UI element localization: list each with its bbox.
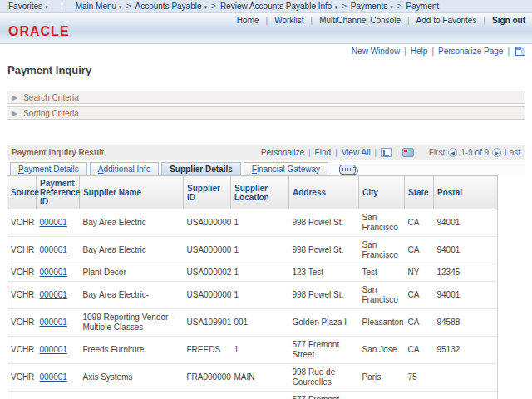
breadcrumb-separator: > [211, 2, 216, 11]
cell-supplier-location: 1 [231, 237, 289, 264]
cell-payment-reference-id: 000001 [37, 282, 80, 309]
breadcrumb-item[interactable]: Review Accounts Payable Info▾ [220, 2, 337, 11]
portal-link[interactable]: Home [237, 16, 259, 25]
oracle-logo: ORACLE [8, 24, 70, 39]
show-all-columns-icon[interactable] [339, 165, 356, 175]
cell-payment-reference-id: 000001 [37, 209, 80, 237]
cell-supplier-location: MAIN [231, 364, 289, 392]
portal-link[interactable]: Add to Favorites [416, 16, 477, 25]
link-separator: | [404, 47, 406, 56]
search-criteria-section[interactable]: ▶ Search Criteria [7, 91, 525, 104]
tab-payment-details[interactable]: Payment Details [10, 162, 87, 175]
cell-supplier-name: Freeds Furniture [80, 392, 184, 399]
cell-state: CA [405, 337, 434, 364]
breadcrumb-item[interactable]: Accounts Payable▾ [135, 2, 207, 11]
cell-postal: 94001 [434, 237, 498, 264]
page-grid-icon[interactable] [515, 47, 525, 56]
cell-supplier-location: 1 [231, 209, 289, 237]
cell-supplier-name: Freeds Furniture [80, 337, 184, 364]
cell-postal: 95132 [434, 337, 498, 364]
cell-postal: 94001 [434, 209, 498, 237]
cell-state: CA [405, 309, 434, 337]
column-header[interactable]: Supplier Name [80, 176, 184, 209]
column-header[interactable]: City [359, 176, 405, 209]
header-band: Home|Worklist|MultiChannel Console|Add t… [0, 13, 532, 44]
cell-address: 123 Test [289, 264, 359, 282]
cell-postal: 94588 [434, 309, 498, 337]
cell-supplier-id: USA0000021 [184, 264, 231, 282]
breadcrumb-item[interactable]: Payments▾ [351, 2, 393, 11]
link-separator: | [311, 16, 313, 25]
link-separator: | [396, 148, 398, 157]
chevron-down-icon: ▾ [334, 4, 337, 10]
cell-address: 577 Fremont Street [289, 337, 359, 364]
personalize-page-link[interactable]: Personalize Page [438, 47, 503, 56]
view-all-link[interactable]: View All [342, 148, 371, 157]
download-to-excel-icon[interactable] [402, 148, 414, 157]
previous-page-icon[interactable]: ◀ [448, 148, 457, 157]
column-header[interactable]: Postal [434, 176, 498, 209]
pagination-last-label[interactable]: Last [505, 148, 520, 157]
cell-payment-reference-id: 000001 [37, 264, 80, 282]
payment-reference-link[interactable]: 000001 [40, 245, 67, 254]
portal-link[interactable]: Worklist [274, 16, 303, 25]
column-header[interactable]: State [405, 176, 434, 209]
sign-out-link[interactable]: Sign out [492, 16, 525, 25]
tab-additional-info[interactable]: Additional Info [90, 162, 159, 175]
cell-payment-reference-id: 000001 [37, 309, 80, 337]
cell-address: Golden Plaza I [289, 309, 359, 337]
chevron-down-icon: ▾ [204, 4, 208, 10]
expand-arrow-icon: ▶ [12, 110, 17, 117]
cell-supplier-id: USA0000001 [184, 237, 231, 264]
find-link[interactable]: Find [315, 148, 331, 157]
cell-state: 75 [405, 364, 434, 392]
link-separator: | [266, 16, 268, 25]
cell-state: NY [405, 264, 434, 282]
link-separator: | [407, 16, 410, 25]
column-header[interactable]: Supplier ID [184, 176, 231, 209]
cell-source: VCHR [7, 282, 37, 309]
cell-state: CA [405, 392, 434, 399]
column-header[interactable]: Payment Reference ID [37, 176, 80, 209]
favorites-menu[interactable]: Favorites▾ [8, 2, 48, 11]
breadcrumb-item[interactable]: Payment [406, 2, 439, 11]
table-row: VCHR000001Bay Area ElectricUSA0000001199… [7, 237, 498, 264]
zoom-popup-icon[interactable] [381, 148, 392, 157]
payment-reference-link[interactable]: 000001 [40, 290, 67, 299]
breadcrumb-items: Main Menu▾>Accounts Payable▾>Review Acco… [76, 2, 439, 11]
personalize-link[interactable]: Personalize [261, 148, 304, 157]
cell-city: San Jose [359, 337, 405, 364]
payment-reference-link[interactable]: 000001 [40, 218, 67, 227]
criteria-sections: ▶ Search Criteria ▶ Sorting Criteria [7, 91, 525, 120]
help-link[interactable]: Help [411, 47, 428, 56]
portal-link[interactable]: MultiChannel Console [319, 16, 401, 25]
payment-reference-link[interactable]: 000001 [40, 372, 67, 382]
table-row: VCHR0000011099 Reporting Vendor - Multip… [7, 309, 498, 337]
new-window-link[interactable]: New Window [352, 47, 400, 56]
tab-financial-gateway[interactable]: Financial Gateway [244, 162, 328, 175]
table-row: VCHR000001Axis SystemsFRA0000001MAIN998 … [7, 364, 498, 392]
cell-payment-reference-id: 000001 [37, 237, 80, 264]
cell-source: VCHR [7, 264, 37, 282]
sorting-criteria-section[interactable]: ▶ Sorting Criteria [7, 106, 525, 120]
pagination: First ◀ 1-9 of 9 ▶ Last [429, 148, 520, 157]
next-page-icon[interactable]: ▶ [492, 148, 501, 157]
pagination-first-label[interactable]: First [429, 148, 445, 157]
breadcrumb-item[interactable]: Main Menu▾ [76, 2, 122, 11]
column-header[interactable]: Address [289, 176, 359, 209]
cell-postal: 12345 [434, 264, 498, 282]
column-header[interactable]: Supplier Location [231, 176, 289, 209]
cell-supplier-id: USA0000001 [184, 282, 231, 309]
result-toolbar: Personalize | Find | View All | | First … [261, 148, 520, 157]
section-label: Search Criteria [23, 93, 79, 102]
cell-address: 577 Fremont Street [289, 392, 359, 399]
result-header-bar: Payment Inquiry Result Personalize | Fin… [7, 145, 525, 160]
tab-supplier-details[interactable]: Supplier Details [161, 162, 241, 175]
column-header[interactable]: Source [7, 176, 37, 209]
payment-reference-link[interactable]: 000001 [40, 345, 67, 354]
cell-state: CA [405, 209, 434, 237]
result-tabs: Payment Details Additional Info Supplier… [7, 160, 525, 175]
cell-address: 998 Powel St. [289, 209, 359, 237]
payment-reference-link[interactable]: 000001 [40, 318, 67, 327]
payment-reference-link[interactable]: 000001 [40, 268, 67, 277]
